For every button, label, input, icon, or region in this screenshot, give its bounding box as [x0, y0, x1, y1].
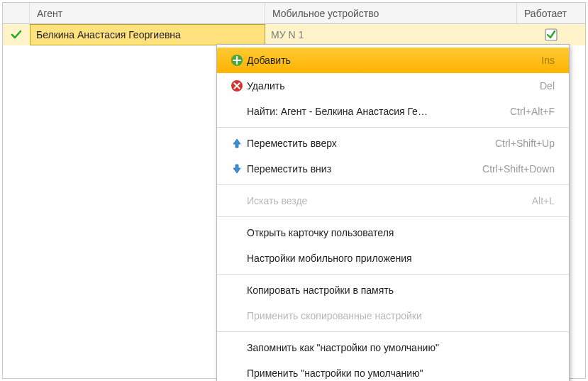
check-icon [11, 29, 22, 40]
menu-item-shortcut: Del [540, 80, 555, 92]
menu-item-label: Копировать настройки в память [247, 285, 546, 296]
menu-separator [217, 184, 569, 185]
menu-item: Применить скопированные настройки [217, 303, 569, 328]
menu-item[interactable]: Запомнить как "настройки по умолчанию" [217, 335, 569, 360]
menu-separator [217, 127, 569, 128]
device-cell[interactable]: МУ N 1 [265, 24, 517, 45]
menu-item[interactable]: Найти: Агент - Белкина Анастасия Ге…Ctrl… [217, 99, 569, 124]
add-icon [227, 54, 247, 67]
col-agent-header[interactable]: Агент [30, 3, 265, 23]
row-mark-cell [3, 24, 30, 45]
menu-item-label: Применить скопированные настройки [247, 310, 546, 321]
menu-separator [217, 216, 569, 217]
menu-item-label: Удалить [247, 80, 531, 92]
col-mark-header [3, 3, 30, 23]
menu-item-label: Переместить вниз [247, 163, 474, 175]
menu-separator [217, 274, 569, 275]
menu-item[interactable]: Переместить внизCtrl+Shift+Down [217, 156, 569, 182]
menu-item-shortcut: Ctrl+Shift+Up [495, 138, 555, 149]
menu-item-shortcut: Alt+L [532, 195, 555, 206]
menu-item-shortcut: Ctrl+Alt+F [510, 106, 555, 117]
menu-item-label: Найти: Агент - Белкина Анастасия Ге… [247, 106, 501, 117]
table-row[interactable]: Белкина Анастасия Георгиевна МУ N 1 [3, 24, 585, 45]
table-header-row: Агент Мобильное устройство Работает [3, 3, 585, 24]
menu-item-label: Добавить [247, 55, 533, 66]
context-menu[interactable]: ДобавитьInsУдалитьDelНайти: Агент - Белк… [216, 44, 570, 381]
agent-cell[interactable]: Белкина Анастасия Георгиевна [30, 24, 265, 45]
menu-item[interactable]: Копировать настройки в память [217, 277, 569, 303]
col-device-header[interactable]: Мобильное устройство [265, 3, 517, 23]
menu-item[interactable]: Настройки мобильного приложения [217, 245, 569, 271]
menu-item-label: Открыть карточку пользователя [247, 227, 546, 238]
col-works-header[interactable]: Работает [517, 3, 585, 23]
menu-item[interactable]: Открыть карточку пользователя [217, 220, 569, 245]
down-icon [227, 163, 247, 175]
works-cell[interactable] [517, 24, 585, 45]
menu-item-label: Искать везде [247, 195, 523, 206]
menu-item-label: Переместить вверх [247, 138, 487, 149]
menu-item-label: Применить "настройки по умолчанию" [247, 368, 546, 379]
menu-item[interactable]: Применить "настройки по умолчанию" [217, 360, 569, 381]
up-icon [227, 138, 247, 149]
menu-item-shortcut: Ins [541, 55, 555, 66]
menu-item[interactable]: УдалитьDel [217, 73, 569, 99]
menu-item-shortcut: Ctrl+Shift+Down [482, 163, 555, 175]
menu-item[interactable]: Переместить вверхCtrl+Shift+Up [217, 131, 569, 156]
menu-item-label: Запомнить как "настройки по умолчанию" [247, 342, 546, 353]
menu-item[interactable]: ДобавитьIns [217, 48, 569, 73]
menu-separator [217, 331, 569, 332]
menu-item: Искать вездеAlt+L [217, 188, 569, 214]
checkbox-icon[interactable] [545, 28, 558, 41]
menu-item-label: Настройки мобильного приложения [247, 253, 546, 264]
delete-icon [227, 79, 247, 92]
